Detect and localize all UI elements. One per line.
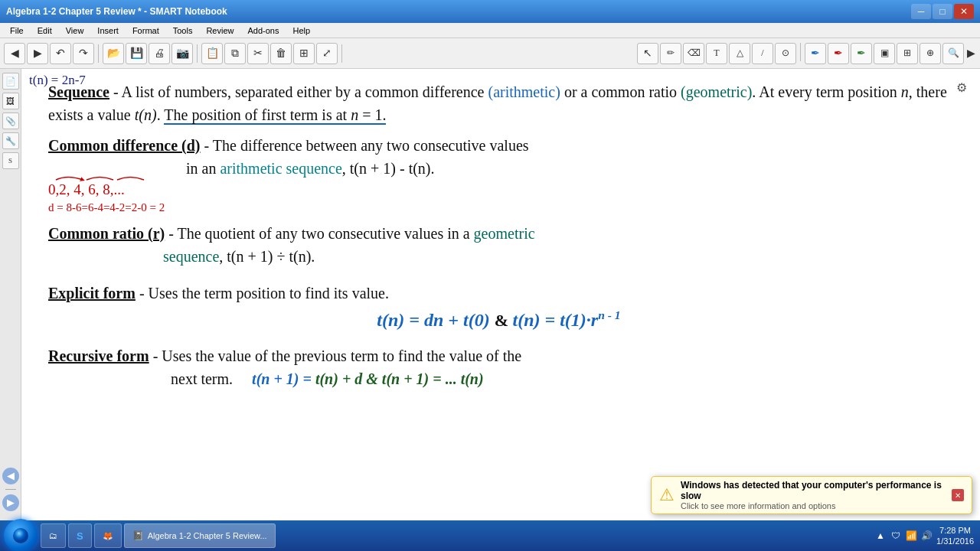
taskbar-explorer[interactable]: 🗂 bbox=[41, 523, 66, 548]
notif-text-area: Windows has detected that your computer'… bbox=[681, 480, 946, 510]
undo-button[interactable]: ↶ bbox=[50, 43, 71, 64]
start-button[interactable] bbox=[4, 519, 38, 551]
menu-help[interactable]: Help bbox=[286, 24, 316, 37]
common-ratio-label: Common ratio (r) bbox=[48, 225, 165, 242]
tray-shield[interactable]: 🛡 bbox=[890, 530, 902, 542]
handwritten-seq-area: 0,2, 4, 6, 8,... d = 8-6=6-4=4-2=2-0 = 2 bbox=[48, 180, 949, 222]
settings-icon[interactable]: ⚙ bbox=[952, 78, 971, 96]
menu-file[interactable]: File bbox=[4, 24, 30, 37]
highlighter[interactable]: ▣ bbox=[874, 43, 895, 64]
grid-view[interactable]: ⊞ bbox=[897, 43, 918, 64]
pen-red[interactable]: ✒ bbox=[828, 43, 849, 64]
arithmetic-link: (arithmetic) bbox=[488, 83, 560, 100]
recursive-formula: t(n + 1) = bbox=[252, 370, 312, 387]
recursive-def: - Uses the value of the previous term to… bbox=[149, 347, 522, 364]
side-pages[interactable]: 📄 bbox=[2, 73, 19, 90]
common-diff-label: Common difference (d) bbox=[48, 137, 200, 154]
paste-button[interactable]: 📋 bbox=[201, 43, 223, 64]
side-properties[interactable]: 🔧 bbox=[2, 132, 19, 149]
forward-button[interactable]: ▶ bbox=[27, 43, 48, 64]
notif-subtitle: Click to see more information and option… bbox=[681, 501, 946, 510]
pen-green[interactable]: ✒ bbox=[851, 43, 872, 64]
close-button[interactable]: ✕ bbox=[954, 4, 974, 19]
tray-network[interactable]: 📶 bbox=[905, 530, 917, 542]
page-nav-sep bbox=[5, 489, 16, 490]
tray-volume[interactable]: 🔊 bbox=[920, 530, 933, 542]
notif-close-button[interactable]: ✕ bbox=[952, 489, 964, 501]
window-controls: ─ □ ✕ bbox=[911, 4, 974, 19]
notification-popup[interactable]: ⚠ Windows has detected that your compute… bbox=[651, 476, 972, 514]
text-tool[interactable]: T bbox=[706, 43, 727, 64]
menu-review[interactable]: Review bbox=[200, 24, 240, 37]
window-title: Algebra 1-2 Chapter 5 Review * - SMART N… bbox=[6, 6, 911, 17]
formula2: t(n) = t(1)·rn - 1 bbox=[513, 310, 621, 330]
menu-format[interactable]: Format bbox=[126, 24, 165, 37]
content-area: Sequence - A list of numbers, separated … bbox=[21, 69, 980, 520]
camera-button[interactable]: 📷 bbox=[172, 43, 193, 64]
common-diff-section: Common difference (d) - The difference b… bbox=[48, 134, 949, 180]
notebook-icon: 📓 bbox=[132, 530, 144, 541]
menu-insert[interactable]: Insert bbox=[91, 24, 125, 37]
title-bar: Algebra 1-2 Chapter 5 Review * - SMART N… bbox=[0, 0, 980, 23]
print-button[interactable]: 🖨 bbox=[149, 43, 170, 64]
sequence-def2: or a common ratio bbox=[560, 83, 681, 100]
clock[interactable]: 7:28 PM 1/31/2016 bbox=[936, 525, 974, 547]
select-tool[interactable]: ↖ bbox=[637, 43, 658, 64]
formula1: t(n) = dn + t(0) bbox=[377, 310, 489, 330]
notif-warning-icon: ⚠ bbox=[659, 485, 675, 505]
firefox-icon: 🦊 bbox=[103, 531, 113, 541]
maximize-button[interactable]: □ bbox=[933, 4, 952, 19]
line-tool[interactable]: / bbox=[752, 43, 773, 64]
clock-time: 7:28 PM bbox=[936, 525, 974, 536]
menu-bar: File Edit View Insert Format Tools Revie… bbox=[0, 23, 980, 38]
page-nav-up[interactable]: ◀ bbox=[2, 468, 19, 484]
shape-tool[interactable]: △ bbox=[729, 43, 750, 64]
tray-up-arrow[interactable]: ▲ bbox=[874, 530, 887, 542]
toolbar-right-arrow[interactable]: ▶ bbox=[965, 43, 976, 64]
save-button[interactable]: 💾 bbox=[126, 43, 147, 64]
pen-blue[interactable]: ✒ bbox=[805, 43, 826, 64]
resize-button[interactable]: ⤢ bbox=[316, 43, 338, 64]
eraser-tool[interactable]: ⌫ bbox=[683, 43, 704, 64]
side-toolbar: 📄 🖼 📎 🔧 S ◀ ▶ bbox=[0, 69, 21, 520]
common-ratio-cont: sequence, t(n + 1) ÷ t(n). bbox=[163, 248, 315, 265]
toolbar-sep-4 bbox=[800, 43, 801, 61]
common-diff-def: - The difference between any two consecu… bbox=[200, 137, 528, 154]
common-diff-tn: , t(n + 1) - t(n). bbox=[342, 160, 435, 177]
recursive-formula2: t(n) + d & t(n + 1) = ... t(n) bbox=[315, 370, 484, 387]
minimize-button[interactable]: ─ bbox=[911, 4, 931, 19]
side-smart[interactable]: S bbox=[2, 152, 19, 169]
connect-tool[interactable]: ⊙ bbox=[775, 43, 796, 64]
menu-tools[interactable]: Tools bbox=[167, 24, 199, 37]
menu-addons[interactable]: Add-ons bbox=[241, 24, 285, 37]
handwritten-calc: d = 8-6=6-4=4-2=2-0 = 2 bbox=[48, 201, 165, 214]
sequence-section: Sequence - A list of numbers, separated … bbox=[48, 80, 949, 126]
explicit-label: Explicit form bbox=[48, 285, 136, 302]
page-nav-down[interactable]: ▶ bbox=[2, 494, 19, 511]
menu-edit[interactable]: Edit bbox=[31, 24, 58, 37]
taskbar-items: 🗂 S 🦊 📓 Algebra 1-2 Chapter 5 Review... bbox=[38, 520, 868, 551]
taskbar-smart[interactable]: S bbox=[68, 523, 92, 548]
arith-seq-link: arithmetic sequence bbox=[220, 160, 341, 177]
redo-button[interactable]: ↷ bbox=[73, 43, 94, 64]
toolbar-sep-2 bbox=[197, 44, 198, 63]
move-button[interactable]: ⊞ bbox=[293, 43, 315, 64]
zoom-tool[interactable]: 🔍 bbox=[942, 43, 964, 64]
taskbar-firefox[interactable]: 🦊 bbox=[94, 523, 122, 548]
sequence-word: sequence bbox=[163, 248, 219, 265]
pen-tool[interactable]: ✏ bbox=[660, 43, 681, 64]
open-button[interactable]: 📂 bbox=[103, 43, 124, 64]
side-attach[interactable]: 📎 bbox=[2, 112, 19, 129]
side-gallery[interactable]: 🖼 bbox=[2, 93, 19, 109]
taskbar-notebook[interactable]: 📓 Algebra 1-2 Chapter 5 Review... bbox=[124, 523, 276, 548]
pointer-tool[interactable]: ⊕ bbox=[920, 43, 941, 64]
explicit-def: - Uses the term position to find its val… bbox=[136, 285, 389, 302]
cut-button[interactable]: ✂ bbox=[247, 43, 269, 64]
toolbar-sep-1 bbox=[98, 44, 99, 63]
menu-view[interactable]: View bbox=[60, 24, 90, 37]
sequence-def1: - A list of numbers, separated either by… bbox=[109, 83, 484, 100]
recursive-next: next term. bbox=[171, 370, 233, 387]
copy-button[interactable]: ⧉ bbox=[224, 43, 246, 64]
back-button[interactable]: ◀ bbox=[4, 43, 25, 64]
delete-button[interactable]: 🗑 bbox=[270, 43, 292, 64]
